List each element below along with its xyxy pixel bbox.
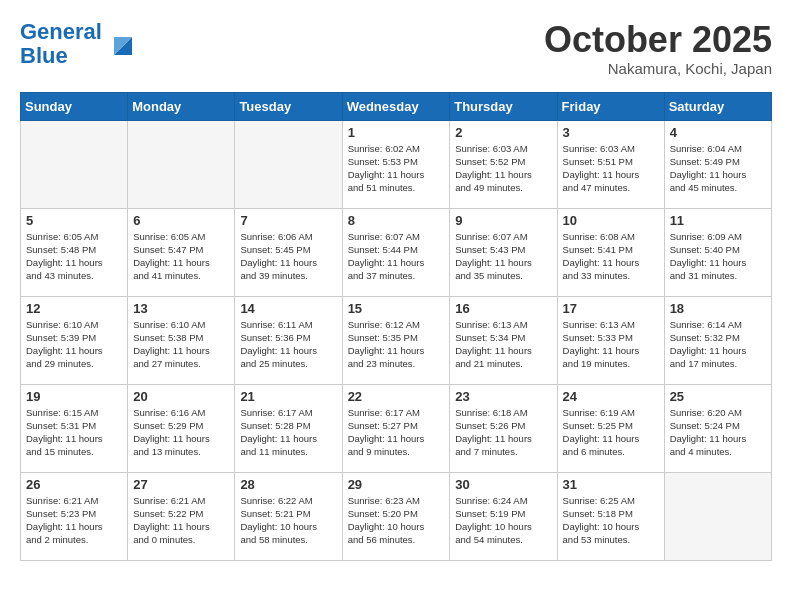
calendar-cell: 22Sunrise: 6:17 AM Sunset: 5:27 PM Dayli… [342, 384, 450, 472]
day-info: Sunrise: 6:10 AM Sunset: 5:38 PM Dayligh… [133, 318, 229, 371]
weekday-header-thursday: Thursday [450, 92, 557, 120]
day-info: Sunrise: 6:21 AM Sunset: 5:23 PM Dayligh… [26, 494, 122, 547]
calendar-cell: 30Sunrise: 6:24 AM Sunset: 5:19 PM Dayli… [450, 472, 557, 560]
day-info: Sunrise: 6:05 AM Sunset: 5:48 PM Dayligh… [26, 230, 122, 283]
day-info: Sunrise: 6:14 AM Sunset: 5:32 PM Dayligh… [670, 318, 766, 371]
day-info: Sunrise: 6:21 AM Sunset: 5:22 PM Dayligh… [133, 494, 229, 547]
day-info: Sunrise: 6:06 AM Sunset: 5:45 PM Dayligh… [240, 230, 336, 283]
day-info: Sunrise: 6:25 AM Sunset: 5:18 PM Dayligh… [563, 494, 659, 547]
day-number: 11 [670, 213, 766, 228]
day-number: 3 [563, 125, 659, 140]
calendar-cell: 13Sunrise: 6:10 AM Sunset: 5:38 PM Dayli… [128, 296, 235, 384]
calendar-cell: 4Sunrise: 6:04 AM Sunset: 5:49 PM Daylig… [664, 120, 771, 208]
day-number: 17 [563, 301, 659, 316]
calendar-cell: 7Sunrise: 6:06 AM Sunset: 5:45 PM Daylig… [235, 208, 342, 296]
calendar-cell: 5Sunrise: 6:05 AM Sunset: 5:48 PM Daylig… [21, 208, 128, 296]
day-number: 29 [348, 477, 445, 492]
day-number: 1 [348, 125, 445, 140]
calendar-cell: 29Sunrise: 6:23 AM Sunset: 5:20 PM Dayli… [342, 472, 450, 560]
page-header: General Blue October 2025 Nakamura, Koch… [20, 20, 772, 77]
day-number: 25 [670, 389, 766, 404]
logo: General Blue [20, 20, 138, 68]
day-info: Sunrise: 6:12 AM Sunset: 5:35 PM Dayligh… [348, 318, 445, 371]
day-info: Sunrise: 6:02 AM Sunset: 5:53 PM Dayligh… [348, 142, 445, 195]
day-number: 2 [455, 125, 551, 140]
calendar-table: SundayMondayTuesdayWednesdayThursdayFrid… [20, 92, 772, 561]
weekday-header-wednesday: Wednesday [342, 92, 450, 120]
calendar-cell: 23Sunrise: 6:18 AM Sunset: 5:26 PM Dayli… [450, 384, 557, 472]
day-info: Sunrise: 6:23 AM Sunset: 5:20 PM Dayligh… [348, 494, 445, 547]
day-number: 5 [26, 213, 122, 228]
logo-icon [104, 27, 138, 61]
day-info: Sunrise: 6:04 AM Sunset: 5:49 PM Dayligh… [670, 142, 766, 195]
calendar-week-2: 5Sunrise: 6:05 AM Sunset: 5:48 PM Daylig… [21, 208, 772, 296]
day-info: Sunrise: 6:24 AM Sunset: 5:19 PM Dayligh… [455, 494, 551, 547]
day-info: Sunrise: 6:10 AM Sunset: 5:39 PM Dayligh… [26, 318, 122, 371]
day-number: 19 [26, 389, 122, 404]
calendar-cell: 1Sunrise: 6:02 AM Sunset: 5:53 PM Daylig… [342, 120, 450, 208]
calendar-cell: 15Sunrise: 6:12 AM Sunset: 5:35 PM Dayli… [342, 296, 450, 384]
day-info: Sunrise: 6:07 AM Sunset: 5:44 PM Dayligh… [348, 230, 445, 283]
calendar-week-5: 26Sunrise: 6:21 AM Sunset: 5:23 PM Dayli… [21, 472, 772, 560]
day-number: 9 [455, 213, 551, 228]
month-title: October 2025 [544, 20, 772, 60]
day-number: 16 [455, 301, 551, 316]
day-number: 10 [563, 213, 659, 228]
calendar-week-3: 12Sunrise: 6:10 AM Sunset: 5:39 PM Dayli… [21, 296, 772, 384]
weekday-header-tuesday: Tuesday [235, 92, 342, 120]
calendar-cell: 8Sunrise: 6:07 AM Sunset: 5:44 PM Daylig… [342, 208, 450, 296]
calendar-cell: 10Sunrise: 6:08 AM Sunset: 5:41 PM Dayli… [557, 208, 664, 296]
calendar-cell: 3Sunrise: 6:03 AM Sunset: 5:51 PM Daylig… [557, 120, 664, 208]
title-block: October 2025 Nakamura, Kochi, Japan [544, 20, 772, 77]
day-number: 8 [348, 213, 445, 228]
day-info: Sunrise: 6:19 AM Sunset: 5:25 PM Dayligh… [563, 406, 659, 459]
day-info: Sunrise: 6:15 AM Sunset: 5:31 PM Dayligh… [26, 406, 122, 459]
calendar-cell: 2Sunrise: 6:03 AM Sunset: 5:52 PM Daylig… [450, 120, 557, 208]
calendar-cell: 17Sunrise: 6:13 AM Sunset: 5:33 PM Dayli… [557, 296, 664, 384]
calendar-cell: 26Sunrise: 6:21 AM Sunset: 5:23 PM Dayli… [21, 472, 128, 560]
day-info: Sunrise: 6:03 AM Sunset: 5:52 PM Dayligh… [455, 142, 551, 195]
weekday-header-saturday: Saturday [664, 92, 771, 120]
day-info: Sunrise: 6:22 AM Sunset: 5:21 PM Dayligh… [240, 494, 336, 547]
day-info: Sunrise: 6:16 AM Sunset: 5:29 PM Dayligh… [133, 406, 229, 459]
location-subtitle: Nakamura, Kochi, Japan [544, 60, 772, 77]
day-number: 31 [563, 477, 659, 492]
logo-text: General Blue [20, 20, 102, 68]
weekday-header-monday: Monday [128, 92, 235, 120]
calendar-cell: 19Sunrise: 6:15 AM Sunset: 5:31 PM Dayli… [21, 384, 128, 472]
day-number: 14 [240, 301, 336, 316]
day-number: 4 [670, 125, 766, 140]
day-number: 24 [563, 389, 659, 404]
calendar-cell [128, 120, 235, 208]
day-info: Sunrise: 6:17 AM Sunset: 5:27 PM Dayligh… [348, 406, 445, 459]
calendar-cell [664, 472, 771, 560]
day-number: 6 [133, 213, 229, 228]
calendar-cell: 9Sunrise: 6:07 AM Sunset: 5:43 PM Daylig… [450, 208, 557, 296]
day-number: 13 [133, 301, 229, 316]
calendar-cell [21, 120, 128, 208]
logo-blue: Blue [20, 43, 68, 68]
calendar-week-4: 19Sunrise: 6:15 AM Sunset: 5:31 PM Dayli… [21, 384, 772, 472]
day-number: 28 [240, 477, 336, 492]
day-number: 21 [240, 389, 336, 404]
day-info: Sunrise: 6:13 AM Sunset: 5:34 PM Dayligh… [455, 318, 551, 371]
day-info: Sunrise: 6:18 AM Sunset: 5:26 PM Dayligh… [455, 406, 551, 459]
day-number: 23 [455, 389, 551, 404]
weekday-header-sunday: Sunday [21, 92, 128, 120]
day-number: 7 [240, 213, 336, 228]
calendar-cell: 28Sunrise: 6:22 AM Sunset: 5:21 PM Dayli… [235, 472, 342, 560]
logo-general: General [20, 19, 102, 44]
calendar-cell: 11Sunrise: 6:09 AM Sunset: 5:40 PM Dayli… [664, 208, 771, 296]
calendar-cell: 20Sunrise: 6:16 AM Sunset: 5:29 PM Dayli… [128, 384, 235, 472]
day-number: 15 [348, 301, 445, 316]
calendar-cell: 31Sunrise: 6:25 AM Sunset: 5:18 PM Dayli… [557, 472, 664, 560]
calendar-cell: 25Sunrise: 6:20 AM Sunset: 5:24 PM Dayli… [664, 384, 771, 472]
day-info: Sunrise: 6:08 AM Sunset: 5:41 PM Dayligh… [563, 230, 659, 283]
day-number: 26 [26, 477, 122, 492]
day-number: 27 [133, 477, 229, 492]
day-info: Sunrise: 6:17 AM Sunset: 5:28 PM Dayligh… [240, 406, 336, 459]
day-number: 18 [670, 301, 766, 316]
calendar-cell [235, 120, 342, 208]
day-number: 12 [26, 301, 122, 316]
day-number: 30 [455, 477, 551, 492]
